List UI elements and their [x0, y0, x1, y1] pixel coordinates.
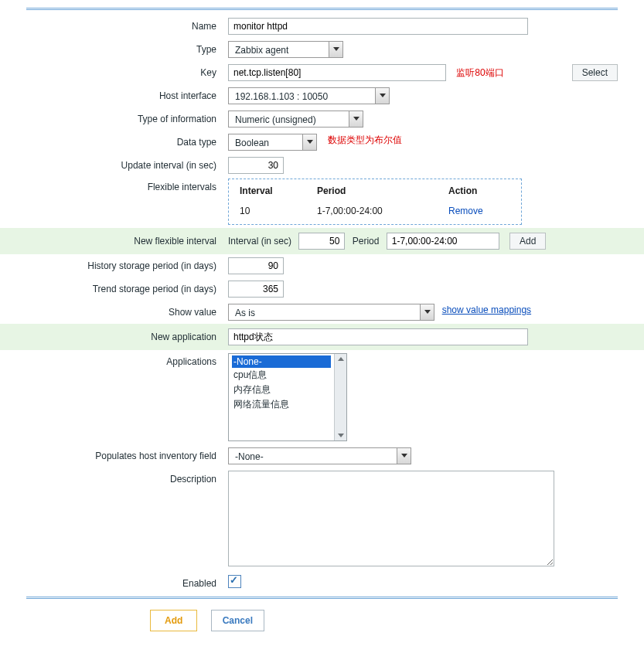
label-show-value: Show value [0, 304, 228, 318]
data-type-select[interactable]: Boolean [228, 134, 317, 151]
chevron-down-icon [397, 448, 411, 464]
col-interval-header: Interval [240, 185, 317, 196]
show-value-mappings-link[interactable]: show value mappings [442, 304, 531, 315]
label-key: Key [0, 64, 228, 78]
new-interval-period-input[interactable] [387, 233, 499, 250]
trend-input[interactable] [228, 281, 284, 298]
label-history: History storage period (in days) [0, 257, 228, 271]
key-input[interactable] [228, 64, 446, 81]
top-divider [26, 8, 618, 10]
label-trend: Trend storage period (in days) [0, 281, 228, 294]
label-data-type: Data type [0, 134, 228, 148]
flexible-intervals-table: Interval Period Action 10 1-7,00:00-24:0… [228, 179, 522, 225]
type-select[interactable]: Zabbix agent [228, 41, 343, 58]
type-of-info-select[interactable]: Numeric (unsigned) [228, 111, 363, 128]
new-interval-sec-label: Interval (in sec) [228, 236, 296, 247]
list-item[interactable]: 网络流量信息 [232, 397, 331, 412]
label-type: Type [0, 41, 228, 55]
key-select-button[interactable]: Select [572, 64, 618, 81]
show-value-select[interactable]: As is [228, 304, 434, 321]
chevron-down-icon [329, 42, 342, 57]
col-period-header: Period [317, 185, 448, 196]
type-select-value: Zabbix agent [229, 42, 326, 57]
label-applications: Applications [0, 353, 228, 367]
enabled-checkbox[interactable] [228, 575, 241, 588]
chevron-down-icon [420, 304, 434, 320]
submit-button[interactable]: Add [150, 610, 197, 631]
add-interval-button[interactable]: Add [509, 233, 546, 250]
label-new-application: New application [0, 328, 228, 342]
data-type-annotation: 数据类型为布尔值 [328, 134, 402, 147]
data-type-value: Boolean [229, 134, 300, 150]
label-update-interval: Update interval (in sec) [0, 157, 228, 171]
cell-interval: 10 [240, 206, 317, 216]
key-annotation: 监听80端口 [456, 66, 503, 80]
populates-inv-select[interactable]: -None- [228, 447, 411, 464]
col-action-header: Action [448, 185, 510, 196]
host-interface-select[interactable]: 192.168.1.103 : 10050 [228, 87, 390, 104]
list-item[interactable]: -None- [232, 355, 331, 368]
label-type-of-info: Type of information [0, 111, 228, 124]
item-form: Name Type Zabbix agent Key 监听80端口 Select… [0, 15, 644, 593]
label-name: Name [0, 18, 228, 32]
update-interval-input[interactable] [228, 157, 284, 174]
applications-listbox[interactable]: -None- cpu信息 内存信息 网络流量信息 [228, 353, 347, 441]
list-item[interactable]: cpu信息 [232, 368, 331, 383]
show-value-value: As is [229, 304, 417, 320]
label-populates-inv: Populates host inventory field [0, 447, 228, 461]
label-flexible-intervals: Flexible intervals [0, 179, 228, 192]
populates-inv-value: -None- [229, 448, 394, 464]
scrollbar[interactable] [334, 354, 346, 440]
table-row: 10 1-7,00:00-24:00 Remove [240, 202, 510, 216]
bottom-divider [26, 597, 618, 599]
label-host-interface: Host interface [0, 87, 228, 101]
remove-link[interactable]: Remove [448, 206, 483, 216]
label-enabled: Enabled [0, 575, 228, 589]
chevron-down-icon [375, 88, 389, 104]
new-application-input[interactable] [228, 328, 528, 345]
list-item[interactable]: 内存信息 [232, 383, 331, 397]
host-interface-value: 192.168.1.103 : 10050 [229, 88, 373, 104]
type-of-info-value: Numeric (unsigned) [229, 111, 346, 127]
chevron-down-icon [349, 111, 363, 127]
label-description: Description [0, 471, 228, 485]
history-input[interactable] [228, 257, 284, 274]
new-interval-sec-input[interactable] [298, 233, 345, 250]
description-textarea[interactable] [228, 471, 554, 566]
name-input[interactable] [228, 18, 528, 35]
chevron-down-icon [302, 134, 316, 150]
cell-period: 1-7,00:00-24:00 [317, 206, 448, 216]
cancel-button[interactable]: Cancel [211, 610, 264, 631]
label-new-flexible-interval: New flexible interval [0, 233, 228, 247]
new-interval-period-label: Period [348, 236, 384, 247]
form-footer: Add Cancel [0, 610, 644, 631]
